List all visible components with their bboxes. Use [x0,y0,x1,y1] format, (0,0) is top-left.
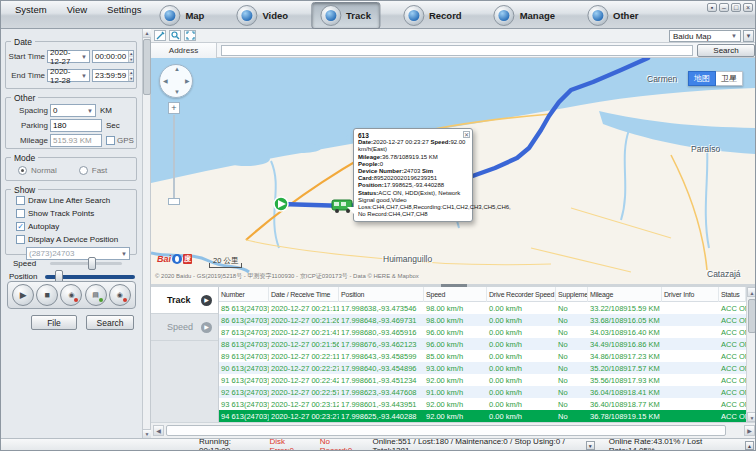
toolbar-tab-manage[interactable]: Manage [485,2,564,29]
end-time-label: End Time [8,71,45,80]
mode-fast-radio[interactable] [79,166,88,175]
parking-label: Parking [8,121,48,130]
table-row[interactable]: 90 613(24703)2020-12-27 00:22:27 / 20217… [219,362,746,374]
zoom-slider-thumb[interactable] [168,198,180,205]
toolbar-tab-label: Video [262,10,288,21]
scroll-up-icon[interactable]: ▲ [747,287,756,297]
map-provider-dropdown-button[interactable]: ▼ [743,30,754,42]
skin-button[interactable]: ▪ [707,3,717,12]
table-cell: 90 613(24703) [219,364,269,373]
tray-toggle-icon[interactable]: ▼ [586,441,595,450]
table-row[interactable]: 94 613(24703)2020-12-27 00:23:27 / 20217… [219,410,746,422]
pan-right-icon[interactable]: ▶ [185,77,190,84]
maximize-button[interactable]: □ [731,3,741,12]
position-slider-label: Position [9,272,37,281]
checkbox-autoplay[interactable] [16,222,25,231]
export-button[interactable]: ▤ [85,284,107,306]
table-row[interactable]: 86 613(24703)2020-12-27 00:21:26 / 20217… [219,314,746,326]
scroll-left-icon[interactable]: ◀ [153,425,164,436]
menu-system[interactable]: System [7,3,55,16]
table-row[interactable]: 91 613(24703)2020-12-27 00:22:42 / 20217… [219,374,746,386]
start-date-select[interactable]: 2020-12-27▼ [47,50,90,63]
mode-fast-label: Fast [92,166,108,175]
scroll-up-icon[interactable]: ▲ [143,29,151,38]
pan-up-icon[interactable]: ▲ [174,66,180,72]
address-input[interactable] [221,45,693,56]
scrollbar-thumb[interactable] [143,39,151,95]
mileage-input[interactable] [50,134,102,147]
tab-track[interactable]: Track▶ [151,287,218,314]
close-icon[interactable]: ✕ [463,131,470,138]
corner-resize-icon[interactable]: ▲ [745,441,754,450]
toolbar-tab-other[interactable]: Other [578,2,647,29]
table-row[interactable]: 89 613(24703)2020-12-27 00:22:11 / 20217… [219,350,746,362]
checkbox-label: Display A Device Position [28,235,118,244]
gps-checkbox[interactable] [106,136,115,145]
table-row[interactable]: 85 613(24703)2020-12-27 00:21:11 / 20217… [219,302,746,314]
table-cell: 2020-12-27 00:22:42 / 202 [269,376,339,385]
toolbar-tab-record[interactable]: Record [394,2,471,29]
toolbar-tab-map[interactable]: Map [150,2,213,29]
scrollbar-thumb[interactable] [748,299,756,333]
minimize-button[interactable]: – [719,3,729,12]
map-canvas[interactable]: ▲ ▼ ◀ ▶ + 地图 卫星 CarmenParaísoHuimanguill… [151,58,756,284]
other-group: Other Spacing 0▼ KM Parking Sec Mileage … [5,97,137,149]
parking-input[interactable] [50,119,102,132]
start-time-spinner[interactable]: 00:00:00▲▼ [92,50,134,63]
tab-speed[interactable]: Speed▶ [151,314,218,341]
record-button[interactable]: ◉ [60,284,82,306]
zoom-slider-track[interactable] [173,115,175,205]
table-cell: No [556,388,588,397]
table-cell: 17.998643,-93.458599 [339,352,424,361]
speed-slider[interactable] [50,262,122,265]
parking-unit: Sec [106,121,120,130]
scroll-right-icon[interactable]: ▶ [744,425,755,436]
toolbar-tab-video[interactable]: Video [227,2,297,29]
search-button[interactable]: Search [86,315,134,330]
table-vertical-scrollbar[interactable]: ▲ ▼ [746,287,756,422]
file-button[interactable]: File [31,315,77,330]
map-provider-select[interactable]: Baidu Map▼ [669,30,741,42]
spinner-arrows-icon[interactable]: ▲▼ [128,70,133,81]
scrollbar-thumb[interactable] [166,425,726,436]
scroll-down-icon[interactable]: ▼ [747,412,756,422]
checkbox-display-a-device-position[interactable] [16,235,25,244]
scroll-down-icon[interactable]: ▼ [143,429,151,438]
position-slider[interactable] [45,275,135,279]
speed-slider-thumb[interactable] [88,257,96,270]
measure-icon[interactable] [154,30,166,41]
zoom-icon[interactable] [169,30,181,41]
menu-settings[interactable]: Settings [99,3,149,16]
pan-left-icon[interactable]: ◀ [163,77,168,84]
checkbox-show-track-points[interactable] [16,209,25,218]
layer-satellite-button[interactable]: 卫星 [716,71,743,86]
snapshot-button[interactable]: ◉ [109,284,131,306]
spinner-arrows-icon[interactable]: ▲▼ [128,51,133,62]
fullscreen-icon[interactable] [184,30,196,41]
table-row[interactable]: 93 613(24703)2020-12-27 00:23:12 / 20217… [219,398,746,410]
stop-button[interactable]: ■ [36,284,58,306]
zoom-in-button[interactable]: + [168,102,180,114]
layer-map-button[interactable]: 地图 [688,71,716,86]
checkbox-draw-line-after-search[interactable] [16,196,25,205]
end-time-spinner[interactable]: 23:59:59▲▼ [92,69,134,82]
menu-view[interactable]: View [59,3,95,16]
table-row[interactable]: 92 613(24703)2020-12-27 00:22:57 / 20217… [219,386,746,398]
panel-tabs: Track▶Speed▶ [151,287,219,422]
end-date-select[interactable]: 2020-12-28▼ [47,69,90,82]
spacing-select[interactable]: 0▼ [50,104,96,117]
mode-normal-radio[interactable] [18,166,27,175]
table-row[interactable]: 88 613(24703)2020-12-27 00:21:56 / 20217… [219,338,746,350]
table-cell: 17.998623,-93.447608 [339,388,424,397]
sidebar-scrollbar[interactable]: ▲ ▼ [142,29,151,438]
toolbar-tab-track[interactable]: Track [311,2,380,29]
map-pan-control[interactable]: ▲ ▼ ◀ ▶ [159,64,193,98]
table-row[interactable]: 87 613(24703)2020-12-27 00:21:41 / 20217… [219,326,746,338]
close-button[interactable]: × [743,3,753,12]
table-cell: No [556,340,588,349]
checkbox-label: Draw Line After Search [28,196,110,205]
arrow-right-icon: ▶ [201,322,212,333]
map-search-button[interactable]: Search [697,44,755,57]
play-button[interactable]: ▶ [12,284,34,306]
pan-down-icon[interactable]: ▼ [174,89,180,95]
